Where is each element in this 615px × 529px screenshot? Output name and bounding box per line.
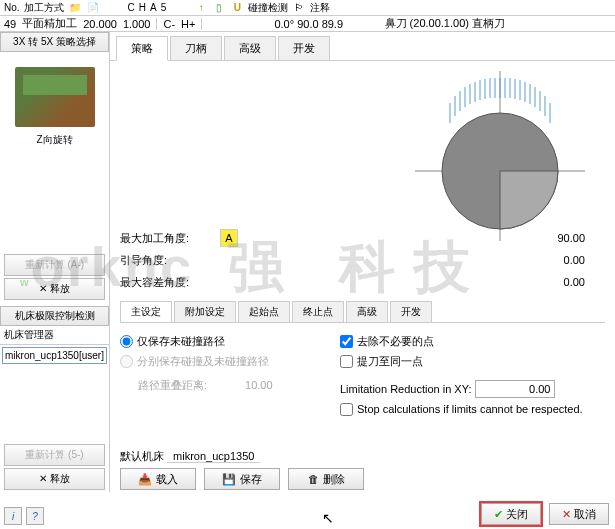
main-tabs: 策略 刀柄 高级 开发	[110, 32, 615, 61]
tab-advanced[interactable]: 高级	[224, 36, 276, 60]
cancel-button[interactable]: ✕取消	[549, 503, 609, 525]
footer-buttons: ✔关闭 ✕取消	[481, 503, 609, 525]
subtab-dev[interactable]: 开发	[390, 301, 432, 322]
limit-header: 机床极限控制检测	[0, 306, 109, 326]
letter-a: A	[150, 2, 157, 13]
tool-visual	[415, 71, 585, 241]
radio2-input[interactable]	[120, 355, 133, 368]
info-c: C-	[163, 18, 175, 30]
check1-input[interactable]	[340, 335, 353, 348]
left-panel: 3X 转 5X 策略选择 Z向旋转 重新计算 (A-) ✕ 释放 机床极限控制检…	[0, 32, 110, 492]
radio-save-nocollision[interactable]: 仅保存未碰撞路径	[120, 331, 320, 351]
u-icon[interactable]: U	[230, 1, 244, 15]
no-label: No.	[4, 2, 20, 13]
new-icon[interactable]: 📄	[86, 1, 100, 15]
info-v2: 1.000	[123, 18, 151, 30]
overlap-label: 路径重叠距离:	[138, 378, 207, 393]
info-v1: 20.000	[83, 18, 117, 30]
close-button[interactable]: ✔关闭	[481, 503, 541, 525]
check2-input[interactable]	[340, 355, 353, 368]
release2-button[interactable]: ✕ 释放	[4, 468, 105, 490]
info-num: 49	[4, 18, 16, 30]
info-h: H+	[181, 18, 195, 30]
radio-save-both[interactable]: 分别保存碰撞及未碰撞路径	[120, 351, 320, 371]
arrow-up-icon[interactable]: ↑	[194, 1, 208, 15]
subtab-main[interactable]: 主设定	[120, 301, 172, 322]
info-type: 平面精加工	[22, 16, 77, 31]
tab-strategy[interactable]: 策略	[116, 36, 168, 61]
delete-icon: 🗑	[308, 473, 319, 485]
tab-holder[interactable]: 刀柄	[170, 36, 222, 60]
x-icon: ✕	[562, 508, 571, 521]
radio1-input[interactable]	[120, 335, 133, 348]
lead-val: 0.00	[220, 254, 605, 266]
lim-label: Limitation Reduction in XY:	[340, 383, 471, 395]
info-tool: 鼻刀 (20.00.1.00) 直柄刀	[385, 16, 505, 31]
letter-c: C	[128, 2, 135, 13]
max-angle-label: 最大加工角度:	[120, 231, 220, 246]
right-panel: 策略 刀柄 高级 开发	[110, 32, 615, 492]
default-machine-val: mikron_ucp1350	[167, 450, 260, 463]
letter-5: 5	[161, 2, 167, 13]
check-stop-calc[interactable]: Stop calculations if limits cannot be re…	[340, 399, 605, 419]
ruler-icon[interactable]: ▯	[212, 1, 226, 15]
folder-icon[interactable]: 📁	[68, 1, 82, 15]
machine-mgr-label: 机床管理器	[0, 326, 109, 344]
max-angle-marker[interactable]	[220, 229, 238, 247]
info-angles: 0.0° 90.0 89.9	[274, 18, 343, 30]
recalc-a-button[interactable]: 重新计算 (A-)	[4, 254, 105, 276]
lead-label: 引导角度:	[120, 253, 220, 268]
subtab-adv[interactable]: 高级	[346, 301, 388, 322]
strategy-header: 3X 转 5X 策略选择	[0, 32, 109, 52]
subtab-start[interactable]: 起始点	[238, 301, 290, 322]
stop-input[interactable]	[340, 403, 353, 416]
preview-image	[15, 67, 95, 127]
recalc5-button[interactable]: 重新计算 (5-)	[4, 444, 105, 466]
delete-button[interactable]: 🗑删除	[288, 468, 364, 490]
subtab-end[interactable]: 终止点	[292, 301, 344, 322]
save-icon: 💾	[222, 473, 236, 486]
overlap-val: 10.00	[245, 379, 273, 391]
check-remove-points[interactable]: 去除不必要的点	[340, 331, 605, 351]
letter-h: H	[139, 2, 146, 13]
default-machine-label: 默认机床	[120, 450, 164, 462]
sub-tabs: 主设定 附加设定 起始点 终止点 高级 开发	[120, 301, 605, 323]
load-icon: 📥	[138, 473, 152, 486]
cursor-icon: ↖	[322, 510, 334, 526]
tol-val: 0.00	[220, 276, 605, 288]
top-toolbar: No. 加工方式 📁 📄 C H A 5 ↑ ▯ U 碰撞检测 🏳 注释	[0, 0, 615, 16]
info-row: 49 平面精加工 20.000 1.000 C- H+ 0.0° 90.0 89…	[0, 16, 615, 32]
tab-dev[interactable]: 开发	[278, 36, 330, 60]
release-button[interactable]: ✕ 释放	[4, 278, 105, 300]
check-retract-same[interactable]: 提刀至同一点	[340, 351, 605, 371]
machine-input[interactable]	[2, 347, 107, 364]
tol-label: 最大容差角度:	[120, 275, 220, 290]
mode-label: 加工方式	[24, 1, 64, 15]
comment-label: 注释	[310, 1, 330, 15]
preview-box[interactable]: Z向旋转	[0, 52, 109, 162]
preview-label: Z向旋转	[36, 133, 72, 147]
save-button[interactable]: 💾保存	[204, 468, 280, 490]
info-icon-button[interactable]: i	[4, 507, 22, 525]
load-button[interactable]: 📥载入	[120, 468, 196, 490]
collision-label: 碰撞检测	[248, 1, 288, 15]
lim-input[interactable]	[475, 380, 555, 398]
check-icon: ✔	[494, 508, 503, 521]
flag-icon[interactable]: 🏳	[292, 1, 306, 15]
help-icon-button[interactable]: ?	[26, 507, 44, 525]
bottom-left-buttons: i ?	[4, 507, 44, 525]
subtab-extra[interactable]: 附加设定	[174, 301, 236, 322]
